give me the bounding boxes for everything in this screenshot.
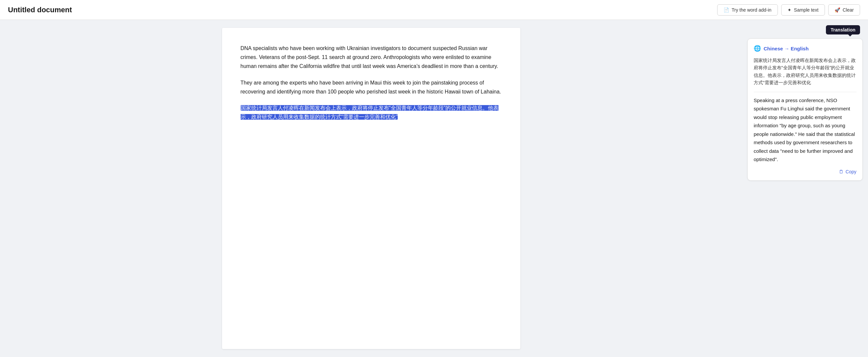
right-panel: Translation 🌐 Chinese → English 国家统计局发言人… (742, 20, 868, 357)
sample-text-button[interactable]: ✦ Sample text (781, 4, 825, 16)
globe-icon: 🌐 (754, 45, 761, 52)
document-area: DNA specialists who have been working wi… (0, 20, 742, 357)
copy-row: 🗒 Copy (754, 169, 857, 174)
translation-card: 🌐 Chinese → English 国家统计局发言人付凌晖在新闻发布会上表示… (747, 38, 863, 181)
lang-label: Chinese → English (764, 46, 809, 51)
copy-button[interactable]: 🗒 Copy (839, 169, 857, 174)
toolbar-buttons: 📄 Try the word add-in ✦ Sample text 🚀 Cl… (717, 4, 860, 16)
document-paper: DNA specialists who have been working wi… (222, 28, 520, 349)
sample-text-label: Sample text (794, 7, 818, 12)
star-icon: ✦ (787, 7, 792, 12)
try-word-label: Try the word add-in (732, 7, 772, 12)
clear-button[interactable]: 🚀 Clear (828, 4, 860, 16)
paragraph-3: 国家统计局发言人付凌晖在新闻发布会上表示，政府将停止发布“全国青年人等分年龄段”… (241, 103, 502, 121)
copy-label: Copy (845, 169, 857, 174)
divider (754, 92, 857, 92)
paragraph-1: DNA specialists who have been working wi… (241, 44, 502, 71)
document-title: Untitled document (8, 6, 72, 14)
word-icon: 📄 (723, 7, 729, 12)
translation-lang-header: 🌐 Chinese → English (754, 45, 857, 52)
translated-text: Speaking at a press conference, NSO spok… (754, 96, 857, 164)
rocket-icon: 🚀 (835, 7, 840, 12)
translation-tooltip: Translation (826, 25, 860, 34)
main-layout: DNA specialists who have been working wi… (0, 20, 868, 357)
try-word-button[interactable]: 📄 Try the word add-in (717, 4, 778, 16)
copy-icon: 🗒 (839, 169, 843, 174)
clear-label: Clear (843, 7, 854, 12)
top-bar: Untitled document 📄 Try the word add-in … (0, 0, 868, 20)
highlighted-chinese-text: 国家统计局发言人付凌晖在新闻发布会上表示，政府将停止发布“全国青年人等分年龄段”… (241, 105, 499, 120)
source-text: 国家统计局发言人付凌晖在新闻发布会上表示，政府将停止发布“全国青年人等分年龄段”… (754, 57, 857, 87)
paragraph-2: They are among the experts who have been… (241, 78, 502, 96)
